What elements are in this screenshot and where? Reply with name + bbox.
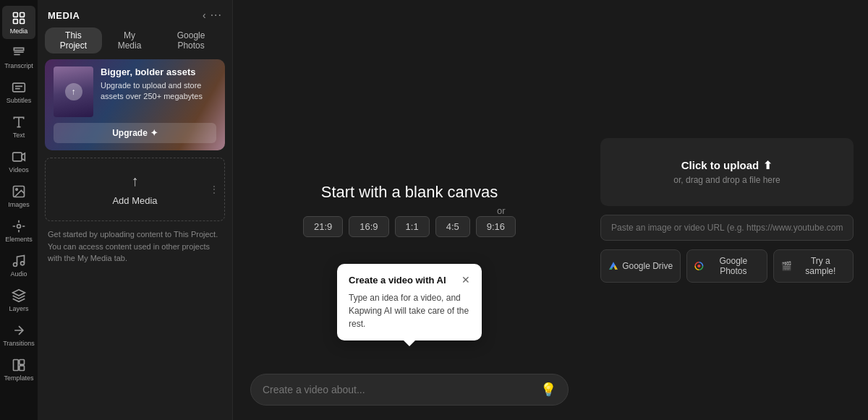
aspect-ratio-row: 21:9 16:9 1:1 4:5 9:16 [303,216,516,237]
tab-this-project[interactable]: This Project [45,27,102,53]
helper-text: Get started by uploading content to This… [38,221,232,272]
panel-options-button[interactable]: ··· [210,9,222,22]
add-media-label: Add Media [112,195,157,206]
ai-tooltip: Create a video with AI ✕ Type an idea fo… [337,264,482,340]
upgrade-star-icon: ✦ [150,128,158,138]
transcript-icon [11,45,27,61]
sidebar-item-audio[interactable]: Audio [2,249,35,282]
main-area: Start with a blank canvas 21:9 16:9 1:1 … [233,0,586,420]
ai-tooltip-title: Create a video with AI [349,275,446,286]
templates-icon [11,357,27,373]
svg-rect-4 [13,83,25,92]
upgrade-card-title: Bigger, bolder assets [101,67,216,77]
subtitles-icon [11,80,27,95]
upgrade-card: ↑ Bigger, bolder assets Upgrade to uploa… [45,59,225,150]
add-media-box[interactable]: ↑ Add Media ⋮ [45,158,225,221]
sidebar-label-transcript: Transcript [4,63,33,69]
ar-button-21-9[interactable]: 21:9 [303,216,343,237]
sidebar-item-layers[interactable]: Layers [2,283,35,317]
upload-box[interactable]: Click to upload ⬆ or, drag and drop a fi… [600,138,854,206]
upload-icon: ⬆ [763,159,773,172]
ar-button-1-1[interactable]: 1:1 [395,216,430,237]
sidebar-label-templates: Templates [4,375,33,382]
sidebar-item-transcript[interactable]: Transcript [2,40,35,74]
media-panel-header: MEDIA ‹ ··· [38,0,232,27]
sidebar-label-transitions: Transitions [3,340,35,347]
google-photos-icon [694,261,704,271]
sidebar-item-elements[interactable]: Elements [2,214,35,247]
icon-sidebar: Media Transcript Subtitles Text [0,0,38,420]
sidebar-label-layers: Layers [9,306,28,312]
tab-my-media[interactable]: My Media [105,27,154,53]
svg-rect-1 [20,13,25,17]
media-panel-title: MEDIA [48,10,80,21]
sidebar-item-transitions[interactable]: Transitions [2,318,35,351]
source-buttons: Google Drive Google Photos 🎬 Try a sampl… [600,249,854,283]
images-icon [11,184,27,200]
layers-icon [11,288,27,304]
svg-rect-13 [20,366,25,371]
panel-controls: ‹ ··· [203,9,222,22]
ai-bulb-icon: 💡 [540,382,556,398]
google-drive-icon [608,261,618,271]
tab-google-photos[interactable]: Google Photos [157,27,225,53]
ar-button-9-16[interactable]: 9:16 [476,216,516,237]
or-text: or [497,205,506,216]
svg-point-7 [16,189,17,191]
svg-point-9 [14,263,17,267]
sidebar-label-text: Text [13,132,25,139]
google-photos-button[interactable]: Google Photos [686,249,767,283]
svg-rect-11 [14,360,19,371]
sidebar-label-elements: Elements [5,236,33,243]
svg-rect-3 [20,20,25,24]
ai-input-bar: 💡 [250,374,569,406]
svg-rect-12 [20,360,25,365]
ai-tooltip-close-button[interactable]: ✕ [461,274,470,286]
ar-button-16-9[interactable]: 16:9 [349,216,388,237]
media-panel: MEDIA ‹ ··· This Project My Media Google… [38,0,233,420]
sidebar-item-templates[interactable]: Templates [2,353,35,386]
text-icon [11,114,27,130]
add-media-options-icon: ⋮ [209,184,220,195]
sidebar-item-text[interactable]: Text [2,110,35,143]
svg-rect-0 [14,13,18,17]
sidebar-item-images[interactable]: Images [2,179,35,213]
collapse-panel-button[interactable]: ‹ [203,9,206,21]
media-icon [11,10,27,26]
svg-rect-2 [14,20,18,24]
ar-button-4-5[interactable]: 4:5 [435,216,470,237]
upload-box-title: Click to upload ⬆ [681,159,773,172]
try-sample-button[interactable]: 🎬 Try a sample! [773,249,854,283]
upload-box-subtitle: or, drag and drop a file here [673,175,780,185]
sample-icon: 🎬 [781,261,792,271]
media-tabs: This Project My Media Google Photos [38,27,232,59]
upload-arrow-icon: ↑ [65,83,82,100]
audio-icon [11,253,27,269]
upgrade-thumbnail: ↑ [54,67,93,117]
upgrade-thumb-inner: ↑ [54,67,93,117]
ai-video-input[interactable] [263,384,533,395]
sidebar-item-subtitles[interactable]: Subtitles [2,75,35,108]
ai-tooltip-header: Create a video with AI ✕ [349,274,470,286]
svg-point-14 [698,264,701,267]
upgrade-btn-row: Upgrade ✦ [45,117,225,150]
sidebar-label-media: Media [10,28,28,35]
add-media-upload-icon: ↑ [132,173,139,189]
elements-icon [11,218,27,234]
sidebar-item-media[interactable]: Media [2,6,35,39]
sidebar-label-videos: Videos [9,167,28,173]
google-drive-button[interactable]: Google Drive [600,249,681,283]
upgrade-text: Bigger, bolder assets Upgrade to upload … [101,67,216,117]
sidebar-label-images: Images [8,202,30,208]
upgrade-button-label: Upgrade [112,128,148,138]
sidebar-label-audio: Audio [10,271,27,278]
or-divider: or [497,204,506,217]
upgrade-card-content: ↑ Bigger, bolder assets Upgrade to uploa… [45,59,225,117]
upgrade-button[interactable]: Upgrade ✦ [54,123,216,143]
url-input[interactable] [600,215,854,241]
upload-area: Click to upload ⬆ or, drag and drop a fi… [586,124,868,297]
sidebar-item-videos[interactable]: Videos [2,145,35,178]
upgrade-card-description: Upgrade to upload and store assets over … [101,80,216,103]
sidebar-label-subtitles: Subtitles [7,98,32,104]
start-title: Start with a blank canvas [321,183,498,202]
